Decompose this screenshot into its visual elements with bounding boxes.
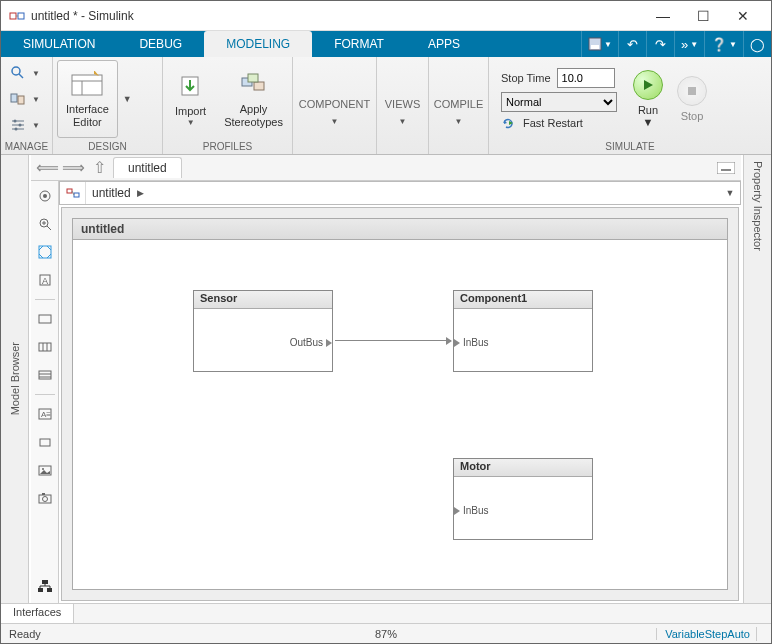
find-button[interactable] (5, 61, 31, 85)
svg-point-13 (15, 128, 18, 131)
view-normal-icon[interactable]: A (34, 269, 56, 291)
overflow-button[interactable]: »▼ (674, 31, 704, 57)
svg-rect-14 (72, 75, 102, 95)
component-dropdown[interactable]: COMPONENT ▼ (297, 60, 373, 138)
help-button[interactable]: ❔▼ (704, 31, 743, 57)
area-icon[interactable] (34, 431, 56, 453)
design-dropdown[interactable]: ▼ (120, 60, 134, 138)
address-segment[interactable]: untitled (86, 186, 137, 200)
nav-forward-button[interactable]: ⟹ (61, 157, 85, 179)
simulation-mode-select[interactable]: Normal (501, 92, 617, 112)
svg-rect-44 (40, 439, 50, 446)
spacer (377, 141, 428, 154)
address-dropdown[interactable]: ▼ (720, 188, 740, 198)
model-browser-rail[interactable]: Model Browser (1, 155, 29, 603)
port-outbus[interactable]: OutBus (290, 337, 332, 348)
block-component1[interactable]: Component1 InBus (453, 290, 593, 372)
fit-view-icon[interactable] (34, 241, 56, 263)
views-dropdown[interactable]: VIEWS ▼ (383, 60, 422, 138)
explorer-bar: ⟸ ⟹ ⇧ untitled (31, 155, 741, 181)
svg-text:A: A (42, 276, 48, 286)
stop-time-input[interactable] (557, 68, 615, 88)
svg-rect-19 (254, 82, 264, 90)
stop-button[interactable]: Stop (671, 76, 713, 122)
tab-debug[interactable]: DEBUG (117, 31, 204, 57)
minimize-button[interactable]: — (643, 1, 683, 31)
svg-point-46 (42, 468, 44, 470)
property-inspector-rail[interactable]: Property Inspector (743, 155, 771, 603)
ribbon: ▼ ▼ ▼ MANAGE Interface Editor ▼ DESIGN I… (1, 57, 771, 155)
status-solver[interactable]: VariableStepAuto (656, 628, 750, 640)
block-sensor[interactable]: Sensor OutBus (193, 290, 333, 372)
signal-line[interactable] (335, 340, 451, 341)
run-button[interactable]: Run ▼ (627, 70, 669, 128)
port-inbus[interactable]: InBus (454, 505, 489, 516)
hierarchy-icon[interactable] (34, 575, 56, 597)
canvas-frame: untitled Sensor OutBus Component1 InBus (61, 207, 739, 601)
tab-apps[interactable]: APPS (406, 31, 482, 57)
address-arrow-icon[interactable]: ▶ (137, 188, 144, 198)
canvas-toolbar: A A≡ (31, 181, 59, 603)
compare-button[interactable] (5, 87, 31, 111)
svg-rect-58 (74, 193, 79, 197)
circle-button[interactable]: ◯ (743, 31, 771, 57)
settings-button[interactable] (5, 113, 31, 137)
snapshot-icon[interactable] (34, 487, 56, 509)
tab-interfaces[interactable]: Interfaces (1, 604, 74, 623)
undo-button[interactable]: ↶ (618, 31, 646, 57)
bottom-tabstrip: Interfaces (1, 603, 771, 623)
tool-2-icon[interactable] (34, 336, 56, 358)
status-progress: 87% (375, 628, 397, 640)
block-title: Motor (454, 459, 592, 477)
maximize-button[interactable]: ☐ (683, 1, 723, 31)
group-label-simulate: SIMULATE (489, 141, 771, 154)
svg-rect-49 (42, 493, 45, 495)
status-ready: Ready (9, 628, 41, 640)
svg-rect-20 (248, 74, 258, 82)
svg-rect-3 (591, 45, 599, 49)
window-title: untitled * - Simulink (31, 9, 643, 23)
block-motor[interactable]: Motor InBus (453, 458, 593, 540)
nav-up-button[interactable]: ⇧ (87, 157, 111, 179)
annotation-icon[interactable]: A≡ (34, 403, 56, 425)
fast-restart-button[interactable]: Fast Restart (523, 117, 583, 129)
tool-1-icon[interactable] (34, 308, 56, 330)
close-button[interactable]: ✕ (723, 1, 763, 31)
model-browser-label: Model Browser (9, 342, 21, 415)
image-icon[interactable] (34, 459, 56, 481)
tool-3-icon[interactable] (34, 364, 56, 386)
nav-back-button[interactable]: ⟸ (35, 157, 59, 179)
show-explorer-icon[interactable] (34, 185, 56, 207)
import-button[interactable]: Import ▼ (167, 60, 214, 138)
interface-editor-button[interactable]: Interface Editor (57, 60, 118, 138)
group-label-profiles: PROFILES (163, 141, 292, 154)
svg-rect-25 (721, 169, 731, 171)
tab-format[interactable]: FORMAT (312, 31, 406, 57)
svg-rect-21 (688, 87, 696, 95)
tab-modeling[interactable]: MODELING (204, 31, 312, 57)
svg-line-5 (19, 74, 23, 78)
canvas[interactable]: Sensor OutBus Component1 InBus Motor (72, 240, 728, 590)
port-inbus[interactable]: InBus (454, 337, 489, 348)
svg-rect-51 (38, 588, 43, 592)
svg-point-48 (42, 497, 47, 502)
address-model-icon (60, 182, 86, 204)
svg-rect-35 (39, 315, 51, 323)
apply-stereotypes-button[interactable]: Apply Stereotypes (216, 60, 291, 138)
keyboard-icon[interactable] (715, 157, 737, 179)
tab-simulation[interactable]: SIMULATION (1, 31, 117, 57)
svg-rect-7 (18, 96, 24, 104)
save-button[interactable]: ▼ (581, 31, 618, 57)
address-bar[interactable]: untitled ▶ ▼ (59, 181, 741, 205)
svg-rect-57 (67, 189, 72, 193)
svg-text:A≡: A≡ (41, 410, 51, 419)
svg-rect-22 (717, 162, 735, 174)
zoom-tool-icon[interactable] (34, 213, 56, 235)
svg-rect-0 (10, 13, 16, 19)
svg-point-12 (19, 124, 22, 127)
title-bar: untitled * - Simulink — ☐ ✕ (1, 1, 771, 31)
compile-dropdown[interactable]: COMPILE ▼ (432, 60, 486, 138)
svg-rect-6 (11, 94, 17, 102)
redo-button[interactable]: ↷ (646, 31, 674, 57)
model-tab[interactable]: untitled (113, 157, 182, 178)
